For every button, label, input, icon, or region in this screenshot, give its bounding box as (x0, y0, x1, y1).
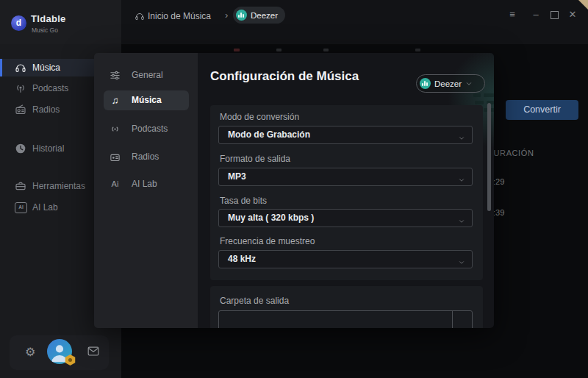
brand-name: TIdable (31, 13, 66, 24)
sidebar-item-label: Herramientas (32, 177, 85, 195)
window-menu-button[interactable]: ≡ (506, 9, 519, 21)
output-folder-card: Carpeta de salida (210, 286, 483, 328)
select-value: Muy alta ( 320 kbps ) (228, 210, 314, 227)
field-label: Formato de salida (220, 154, 290, 164)
track-duration: :39 (493, 208, 504, 217)
sidebar-item-label: Radios (32, 101, 60, 118)
ai-icon: Ai (110, 179, 121, 190)
modal-scrollbar-thumb[interactable] (487, 103, 491, 211)
music-note-icon: ♫ (110, 95, 121, 106)
field-label: Modo de conversión (220, 112, 299, 122)
settings-gear-icon[interactable]: ⚙ (25, 345, 35, 360)
breadcrumb-current-chip[interactable]: Deezer (233, 7, 285, 24)
chevron-down-icon (458, 256, 465, 263)
headphones-icon (135, 11, 145, 21)
chevron-down-icon (465, 80, 473, 88)
field-label: Frecuencia de muestreo (220, 236, 315, 246)
headphones-icon (15, 62, 26, 74)
ai-lab-icon: AI (15, 202, 27, 213)
browse-divider (452, 311, 453, 328)
window-close-button[interactable]: ✕ (566, 9, 579, 21)
modal-tab-label: AI Lab (132, 174, 157, 194)
clock-icon (15, 143, 26, 154)
app-window: d TIdable Music Go Inicio de Música › De… (0, 0, 588, 378)
modal-tab-label: Música (132, 90, 162, 110)
brand-subtitle: Music Go (32, 26, 58, 34)
breadcrumb-separator: › (225, 10, 228, 21)
bit-rate-select[interactable]: Muy alta ( 320 kbps ) (218, 209, 473, 227)
modal-tab-musica[interactable]: ♫ Música (104, 90, 189, 110)
audio-settings-card: Modo de conversión Modo de Grabación For… (210, 105, 483, 280)
output-format-select[interactable]: MP3 (218, 168, 473, 186)
broadcast-icon (110, 124, 121, 135)
maximize-icon (551, 11, 559, 19)
modal-content: ✕ Configuración de Música Deezer Modo de… (198, 53, 494, 328)
select-value: MP3 (228, 168, 246, 185)
modal-tab-podcasts[interactable]: Podcasts (104, 119, 189, 139)
chevron-down-icon (458, 174, 465, 181)
toolbox-icon (15, 180, 26, 192)
sidebar-item-label: AI Lab (32, 199, 58, 216)
corner-artifact (578, 0, 588, 10)
modal-tab-radios[interactable]: Radios (104, 147, 189, 167)
sidebar-item-label: Podcasts (32, 79, 68, 97)
hidden-content-sliver (234, 49, 240, 51)
deezer-icon (236, 10, 247, 21)
modal-tab-label: Radios (132, 147, 159, 167)
hidden-content-sliver (415, 49, 420, 51)
user-dock: ⚙ (10, 335, 109, 370)
podcast-icon (15, 82, 26, 94)
radio-icon (110, 151, 121, 163)
field-label: Tasa de bits (220, 196, 267, 206)
sample-rate-select[interactable]: 48 kHz (218, 250, 473, 268)
sidebar-item-label: Historial (32, 140, 64, 157)
platform-selector-label: Deezer (434, 79, 462, 88)
output-folder-input[interactable] (218, 310, 473, 328)
platform-selector[interactable]: Deezer (416, 74, 485, 93)
modal-tab-general[interactable]: General (104, 65, 189, 85)
modal-tab-ai-lab[interactable]: Ai AI Lab (104, 174, 189, 194)
mail-icon[interactable] (87, 346, 100, 357)
breadcrumb-home[interactable]: Inicio de Música (148, 11, 211, 21)
field-label: Carpeta de salida (220, 296, 289, 306)
track-duration: :29 (493, 177, 504, 186)
breadcrumb-current-label: Deezer (251, 11, 278, 20)
chevron-down-icon (458, 215, 465, 222)
convert-button[interactable]: Convertir (506, 100, 578, 120)
conversion-mode-select[interactable]: Modo de Grabación (218, 126, 473, 144)
window-maximize-button[interactable] (548, 9, 561, 21)
select-value: Modo de Grabación (228, 126, 310, 143)
hidden-content-sliver (276, 49, 282, 51)
deezer-icon (420, 78, 431, 89)
app-logo-icon: d (11, 15, 26, 31)
modal-tab-label: Podcasts (132, 119, 168, 139)
chevron-down-icon (458, 132, 465, 139)
hidden-content-sliver (323, 49, 329, 51)
modal-title: Configuración de Música (210, 69, 359, 84)
select-value: 48 kHz (228, 251, 256, 268)
sidebar-item-label: Música (32, 59, 60, 76)
settings-modal: General ♫ Música Podcasts Radios Ai AI L… (94, 53, 494, 328)
sliders-icon (110, 70, 121, 81)
radio-icon (15, 104, 26, 115)
modal-tab-label: General (132, 65, 163, 85)
duration-column-header: DURACIÓN (487, 149, 534, 157)
window-minimize-button[interactable]: – (529, 9, 542, 21)
